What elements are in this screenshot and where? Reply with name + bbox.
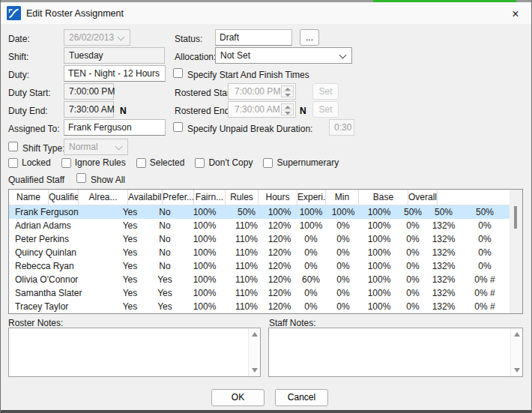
rostered-end-value: 7:30:00 AM [235, 104, 280, 115]
flag-option[interactable]: Locked [8, 157, 51, 168]
unpaid-break-duration-field: 0:30 [329, 119, 354, 136]
date-combo[interactable]: 26/02/2013 [64, 29, 130, 46]
flag-label: Selected [150, 157, 185, 168]
cell: 0% [327, 286, 360, 300]
column-header[interactable]: Overall [408, 190, 438, 205]
table-row[interactable]: Adrian Adams Yes No 100% 110% 120% 100% … [9, 219, 510, 232]
cell: 0% [399, 273, 427, 286]
cell: 132% [427, 273, 460, 286]
set-start-button[interactable]: Set [312, 83, 339, 100]
scroll-up-icon[interactable] [514, 332, 520, 337]
cell: 0% # [460, 286, 510, 300]
duty-end-field: 7:30:00 AM [64, 101, 114, 118]
table-scrollbar[interactable] [510, 190, 522, 313]
cell: 110% [229, 259, 264, 273]
cell: 0% [295, 259, 327, 273]
unpaid-break-label: Specify Unpaid Break Duration: [187, 124, 312, 134]
cell: 100% [180, 246, 229, 259]
staff-name-cell: Rebecca Ryan [9, 259, 110, 273]
shift-type-combo[interactable]: Normal [64, 139, 128, 155]
flag-option[interactable]: Ignore Rules [61, 157, 126, 168]
cell: 100% [360, 286, 399, 300]
staff-notes-textarea[interactable] [268, 328, 523, 377]
cell: 100% [180, 300, 229, 313]
table-row[interactable]: Frank Ferguson Yes No 100% 50% 100% 100%… [9, 205, 510, 219]
textarea-scrollbar[interactable] [510, 328, 522, 376]
staff-name-cell: Tracey Taylor [9, 300, 110, 313]
roster-notes-textarea[interactable] [8, 328, 261, 377]
flag-option[interactable]: Selected [136, 157, 185, 168]
scroll-up-icon[interactable] [252, 332, 258, 337]
column-header[interactable]: Availability [128, 190, 163, 205]
date-value: 26/02/2013 [69, 32, 114, 43]
assigned-to-input[interactable]: Frank Ferguson [64, 119, 166, 136]
duty-start-field: 7:00:00 PM [64, 83, 114, 100]
cell: 110% [229, 300, 264, 313]
cell: 100% [360, 219, 399, 232]
column-header[interactable]: Prefer... [163, 190, 194, 205]
specify-times-checkbox[interactable] [173, 68, 183, 78]
cell: 132% [427, 219, 460, 232]
column-header[interactable]: Fairn... [194, 190, 226, 205]
rostered-start-spinner[interactable]: 7:00:00 PM [228, 83, 296, 100]
status-input[interactable]: Draft [215, 29, 292, 46]
set-end-button[interactable]: Set [312, 101, 339, 118]
flag-label: Ignore Rules [75, 157, 126, 168]
scroll-down-icon[interactable] [252, 368, 258, 373]
scrollbar-thumb[interactable] [514, 206, 517, 229]
shift-type-label: Shift Type: [22, 143, 64, 154]
column-header[interactable]: Rules [226, 190, 259, 205]
flag-option[interactable]: Supernumerary [263, 157, 339, 168]
spinner-up-down-icons[interactable] [281, 85, 294, 97]
titlebar: Edit Roster Assignment × [1, 2, 532, 24]
flag-option[interactable]: Don't Copy [195, 157, 253, 168]
textarea-scrollbar[interactable] [248, 328, 260, 376]
cell: 0% [460, 232, 510, 246]
shift-label: Shift: [8, 52, 28, 62]
close-icon[interactable]: × [504, 4, 527, 24]
shift-type-checkbox[interactable] [8, 142, 18, 151]
rostered-end-spinner[interactable]: 7:30:00 AM [228, 101, 296, 118]
roster-app-icon [7, 6, 21, 20]
column-header[interactable]: Name [9, 190, 49, 205]
column-header[interactable]: Experi... [297, 190, 326, 205]
unpaid-break-checkbox[interactable] [173, 122, 183, 132]
duty-end-night-flag: N [120, 106, 127, 116]
flag-checkbox[interactable] [263, 158, 273, 168]
column-header[interactable]: Alrea... [79, 190, 128, 205]
table-row[interactable]: Tracey Taylor Yes Yes 100% 110% 120% 0% … [9, 300, 510, 313]
column-header[interactable]: Hours [259, 190, 297, 205]
scroll-down-icon[interactable] [514, 368, 520, 373]
table-row[interactable]: Samantha Slater Yes Yes 100% 110% 120% 0… [9, 286, 510, 300]
cell: 110% [229, 232, 264, 246]
status-browse-button[interactable]: ... [300, 29, 319, 46]
qualified-staff-label: Qualified Staff [8, 175, 64, 185]
allocation-value: Not Set [220, 50, 250, 61]
cell: 120% [264, 232, 295, 246]
column-header[interactable]: Base [359, 190, 408, 205]
duty-start-label: Duty Start: [8, 88, 51, 98]
table-row[interactable]: Peter Perkins Yes No 100% 110% 120% 0% 0… [9, 232, 510, 246]
cell: 0% # [460, 273, 510, 286]
table-row[interactable]: Olivia O'Connor Yes Yes 100% 110% 120% 6… [9, 273, 510, 286]
table-row[interactable]: Quincy Quinlan Yes No 100% 110% 120% 0% … [9, 246, 510, 259]
show-all-checkbox[interactable] [76, 173, 86, 183]
cell: 110% [229, 246, 264, 259]
spinner-up-down-icons[interactable] [281, 103, 294, 115]
duty-end-label: Duty End: [8, 106, 48, 116]
ok-button[interactable]: OK [211, 389, 265, 406]
flag-checkbox[interactable] [8, 158, 18, 168]
column-header[interactable]: Qualified [49, 190, 79, 205]
flag-checkbox[interactable] [136, 158, 146, 168]
flag-checkbox[interactable] [61, 158, 71, 168]
cancel-button[interactable]: Cancel [275, 389, 328, 406]
flag-checkbox[interactable] [195, 158, 205, 168]
column-header[interactable]: Min [326, 190, 359, 205]
duty-input[interactable]: TEN - Night - 12 Hours [64, 65, 166, 82]
chevron-down-icon [339, 52, 347, 59]
cell: 0% # [460, 300, 510, 313]
flags-row: Locked Ignore Rules Selected Don't Copy … [8, 157, 339, 168]
allocation-combo[interactable]: Not Set [215, 47, 352, 64]
table-row[interactable]: Rebecca Ryan Yes No 100% 110% 120% 0% 0%… [9, 259, 510, 273]
flag-label: Locked [22, 157, 51, 168]
